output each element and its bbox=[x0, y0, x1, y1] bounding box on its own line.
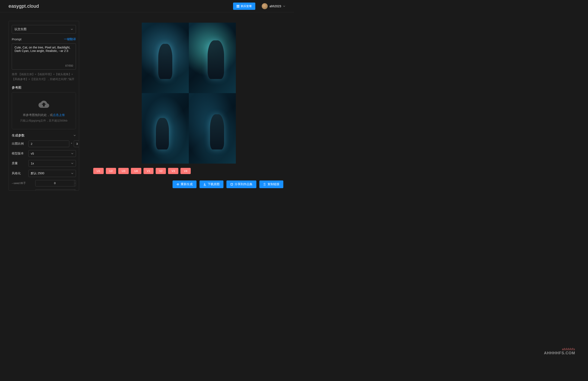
generated-image-2[interactable] bbox=[189, 23, 236, 93]
chevron-down-icon bbox=[71, 152, 74, 155]
u2-button[interactable]: U2 bbox=[106, 168, 116, 174]
generated-image-3[interactable] bbox=[142, 93, 189, 164]
buy-plan-button[interactable]: 购买套餐 bbox=[233, 2, 255, 10]
ratio-width-input[interactable] bbox=[28, 140, 69, 147]
seed-input[interactable] bbox=[36, 180, 74, 186]
generated-image-4[interactable] bbox=[189, 93, 236, 164]
upload-link[interactable]: 点击上传 bbox=[53, 113, 65, 117]
reference-title: 参考图 bbox=[12, 86, 76, 90]
params-collapse[interactable]: 生成参数 bbox=[12, 133, 76, 137]
chevron-down-icon bbox=[71, 28, 73, 31]
v1-button[interactable]: V1 bbox=[144, 168, 154, 174]
ratio-label: 出图比例 bbox=[12, 142, 26, 146]
cc-up-button[interactable]: ▲ bbox=[74, 190, 76, 190]
seed-stepper[interactable]: ▲ ▼ bbox=[35, 180, 76, 187]
generated-image-1[interactable] bbox=[142, 23, 189, 93]
ratio-height-input[interactable] bbox=[74, 140, 79, 147]
cc-input[interactable] bbox=[36, 190, 74, 190]
svg-rect-3 bbox=[238, 6, 239, 7]
seed-label: --seed 种子 bbox=[12, 181, 33, 185]
chevron-down-icon bbox=[71, 162, 74, 165]
svg-rect-0 bbox=[237, 5, 238, 6]
upload-hint: 只能上传jpg/png文件，且不超过500kb bbox=[14, 119, 74, 123]
svg-rect-2 bbox=[237, 6, 238, 7]
settings-sidebar: 以文生图 Prompt 一键翻译 Cute, Cat, on the tree,… bbox=[9, 21, 79, 190]
quality-select[interactable]: 1x bbox=[28, 160, 76, 167]
seed-up-button[interactable]: ▲ bbox=[74, 180, 76, 183]
upload-zone[interactable]: 将参考图拖到此处，或点击上传 只能上传jpg/png文件，且不超过500kb bbox=[12, 92, 76, 129]
stylize-select[interactable]: 默认 2500 bbox=[28, 170, 76, 177]
image-grid bbox=[142, 23, 236, 164]
link-icon bbox=[263, 183, 266, 186]
model-label: 模型版本 bbox=[12, 152, 26, 155]
prompt-hint: 推荐 【画面主体】+【画面环境】+【镜头视角】+【风格参考】+【渲染方式】，关键… bbox=[12, 72, 76, 82]
quality-label: 质量 bbox=[12, 161, 26, 165]
seed-down-button[interactable]: ▼ bbox=[74, 183, 76, 186]
refresh-icon bbox=[176, 183, 179, 186]
cloud-upload-icon bbox=[39, 99, 49, 110]
user-menu[interactable]: ahh2023 bbox=[262, 3, 285, 9]
chevron-down-icon bbox=[73, 134, 76, 137]
v2-button[interactable]: V2 bbox=[156, 168, 166, 174]
chevron-down-icon bbox=[283, 5, 285, 7]
stylize-label: 风格化 bbox=[12, 171, 26, 175]
share-icon bbox=[230, 183, 233, 186]
v3-button[interactable]: V3 bbox=[168, 168, 178, 174]
grid-icon bbox=[236, 5, 239, 8]
avatar bbox=[262, 3, 268, 9]
char-count: 87/550 bbox=[15, 64, 73, 67]
u1-button[interactable]: U1 bbox=[93, 168, 104, 174]
model-select[interactable]: v5 bbox=[28, 150, 76, 157]
svg-rect-1 bbox=[238, 5, 239, 6]
u4-button[interactable]: U4 bbox=[131, 168, 141, 174]
v4-button[interactable]: V4 bbox=[180, 168, 191, 174]
prompt-input[interactable]: Cute, Cat, on the tree, Pixel art, Backl… bbox=[15, 46, 73, 63]
prompt-label: Prompt bbox=[12, 38, 21, 41]
result-panel: ahhhhfs AHHHHFS.COM U1 U2 U3 U4 V1 V2 V3… bbox=[92, 21, 285, 190]
username: ahh2023 bbox=[269, 4, 281, 8]
regenerate-button[interactable]: 重新生成 bbox=[172, 180, 196, 188]
download-icon bbox=[203, 183, 206, 186]
chevron-down-icon bbox=[71, 172, 74, 175]
translate-link[interactable]: 一键翻译 bbox=[64, 37, 76, 41]
share-button[interactable]: 分享到作品集 bbox=[227, 180, 256, 188]
download-button[interactable]: 下载原图 bbox=[199, 180, 223, 188]
mode-select[interactable]: 以文生图 bbox=[12, 25, 76, 34]
copy-link-button[interactable]: 复制链接 bbox=[259, 180, 283, 188]
app-logo: easygpt.cloud bbox=[9, 3, 39, 9]
u3-button[interactable]: U3 bbox=[118, 168, 129, 174]
cc-stepper[interactable]: ▲ ▼ bbox=[35, 190, 76, 190]
